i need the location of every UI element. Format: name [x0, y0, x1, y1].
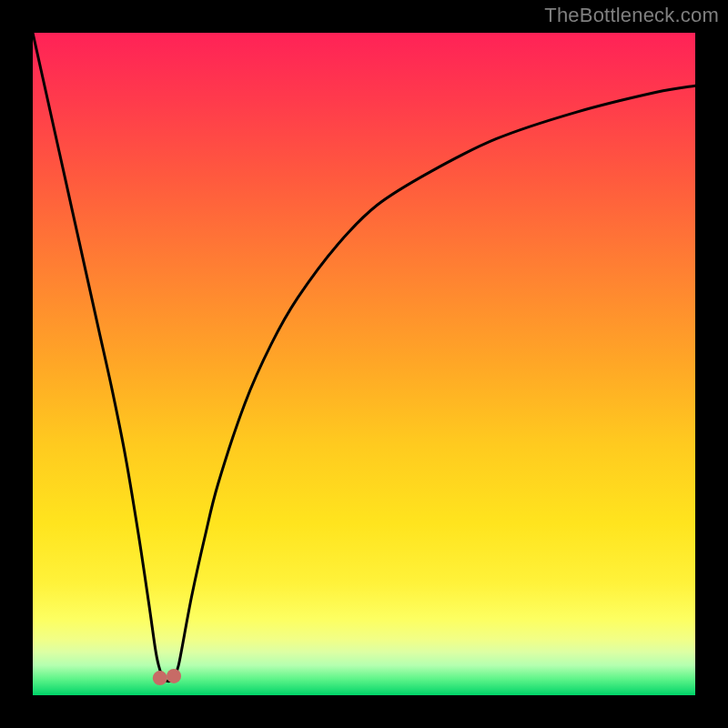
marker-trough-left: [153, 671, 167, 685]
chart-frame: TheBottleneck.com: [0, 0, 728, 728]
trough-markers: [153, 669, 181, 685]
bottleneck-curve: [33, 33, 695, 682]
plot-area: [33, 33, 695, 695]
bottleneck-curve-svg: [33, 33, 695, 695]
marker-trough-right: [167, 669, 181, 683]
watermark-text: TheBottleneck.com: [544, 4, 719, 27]
